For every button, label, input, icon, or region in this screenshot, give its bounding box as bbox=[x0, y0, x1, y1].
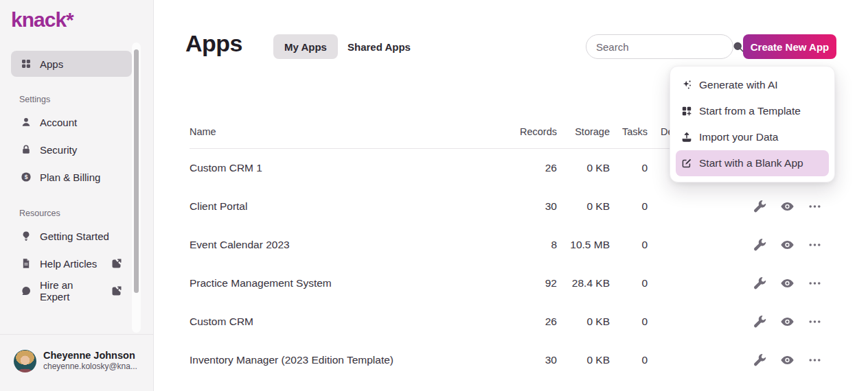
menu-item-import-your-data[interactable]: Import your Data bbox=[676, 124, 829, 150]
more-options-icon[interactable] bbox=[808, 238, 822, 252]
doc-icon bbox=[21, 258, 32, 269]
menu-item-label: Start from a Template bbox=[699, 105, 801, 117]
app-name[interactable]: Event Calendar 2023 bbox=[190, 239, 290, 251]
sidebar-item-plan-billing[interactable]: $Plan & Billing bbox=[11, 163, 132, 191]
app-storage: 0 KB bbox=[557, 316, 610, 328]
tab-my-apps[interactable]: My Apps bbox=[273, 34, 338, 59]
more-options-icon[interactable] bbox=[808, 353, 822, 368]
more-options-icon[interactable] bbox=[808, 276, 822, 291]
app-records: 30 bbox=[502, 200, 557, 213]
sparkles-icon bbox=[681, 80, 692, 91]
builder-wrench-icon[interactable] bbox=[753, 276, 767, 291]
table-row[interactable]: Practice Management System9228.4 KB0 bbox=[190, 264, 835, 303]
sidebar-item-account[interactable]: Account bbox=[11, 108, 132, 136]
app-tasks: 0 bbox=[610, 354, 648, 366]
ext-icon bbox=[111, 285, 122, 296]
menu-item-generate-with-ai[interactable]: Generate with AI bbox=[676, 72, 829, 98]
app-tasks: 0 bbox=[610, 200, 648, 213]
tab-shared-apps[interactable]: Shared Apps bbox=[336, 34, 422, 59]
chat-icon bbox=[21, 285, 32, 296]
sidebar-item-label: Account bbox=[40, 117, 77, 128]
sidebar-item-label: Plan & Billing bbox=[40, 171, 100, 183]
app-tasks: 0 bbox=[610, 162, 648, 174]
app-name[interactable]: Custom CRM bbox=[190, 316, 253, 328]
user-name: Cheyenne Johnson bbox=[43, 349, 137, 362]
ext-icon bbox=[111, 258, 122, 269]
sidebar-item-getting-started[interactable]: Getting Started bbox=[11, 222, 132, 250]
app-name[interactable]: Client Portal bbox=[190, 200, 247, 213]
create-new-app-button[interactable]: Create New App bbox=[743, 34, 836, 59]
app-records: 92 bbox=[502, 277, 557, 289]
builder-wrench-icon[interactable] bbox=[753, 200, 767, 214]
dollar-icon: $ bbox=[21, 171, 32, 182]
sidebar: knack* AppsSettingsAccountSecurity$Plan … bbox=[0, 0, 154, 391]
column-header-records: Records bbox=[502, 126, 557, 137]
app-records: 26 bbox=[502, 316, 557, 328]
table-row[interactable]: Client Portal300 KB0 bbox=[190, 187, 835, 226]
app-storage: 0 KB bbox=[557, 354, 610, 366]
bulb-icon bbox=[21, 230, 32, 241]
app-records: 26 bbox=[502, 162, 557, 174]
more-options-icon[interactable] bbox=[808, 200, 822, 214]
grid-icon bbox=[21, 58, 32, 69]
page-title: Apps bbox=[185, 30, 242, 57]
user-profile[interactable]: Cheyenne Johnson cheyenne.kolosky@kna... bbox=[0, 334, 154, 391]
sidebar-scroll-area: AppsSettingsAccountSecurity$Plan & Billi… bbox=[0, 41, 154, 334]
search-input[interactable] bbox=[596, 41, 733, 53]
preview-eye-icon[interactable] bbox=[780, 200, 795, 214]
avatar bbox=[14, 350, 36, 372]
table-row[interactable]: Custom CRM260 KB0 bbox=[190, 303, 835, 341]
sidebar-item-security[interactable]: Security bbox=[11, 136, 132, 163]
app-storage: 10.5 MB bbox=[557, 239, 610, 251]
sidebar-item-label: Getting Started bbox=[40, 230, 109, 242]
menu-item-start-with-a-blank-app[interactable]: Start with a Blank App bbox=[676, 150, 829, 176]
app-storage: 0 KB bbox=[557, 162, 610, 174]
preview-eye-icon[interactable] bbox=[780, 276, 795, 291]
preview-eye-icon[interactable] bbox=[780, 238, 795, 252]
app-name[interactable]: Practice Management System bbox=[190, 277, 332, 289]
builder-wrench-icon[interactable] bbox=[753, 353, 767, 368]
more-options-icon[interactable] bbox=[808, 315, 822, 329]
upload-icon bbox=[681, 132, 692, 143]
table-row[interactable]: Event Calendar 2023810.5 MB0 bbox=[190, 226, 835, 264]
sidebar-item-hire-an-expert[interactable]: Hire an Expert bbox=[11, 277, 132, 305]
column-header-tasks: Tasks bbox=[610, 126, 648, 137]
sidebar-scrollbar-thumb[interactable] bbox=[134, 49, 139, 293]
user-email: cheyenne.kolosky@kna... bbox=[43, 362, 137, 372]
user-icon bbox=[21, 117, 32, 128]
preview-eye-icon[interactable] bbox=[780, 315, 795, 329]
sidebar-item-help-articles[interactable]: Help Articles bbox=[11, 250, 132, 277]
app-name[interactable]: Inventory Manager (2023 Edition Template… bbox=[190, 354, 393, 366]
menu-item-label: Import your Data bbox=[699, 131, 778, 143]
svg-text:$: $ bbox=[25, 174, 28, 180]
column-header-storage: Storage bbox=[557, 126, 610, 137]
table-row[interactable]: Inventory Manager (2023 Edition Template… bbox=[190, 341, 835, 379]
app-name[interactable]: Custom CRM 1 bbox=[190, 162, 262, 174]
edit-icon bbox=[681, 158, 692, 169]
preview-eye-icon[interactable] bbox=[780, 353, 795, 368]
lock-icon bbox=[21, 144, 32, 155]
column-header-name: Name bbox=[190, 126, 216, 137]
menu-item-label: Generate with AI bbox=[699, 79, 778, 91]
builder-wrench-icon[interactable] bbox=[753, 238, 767, 252]
builder-wrench-icon[interactable] bbox=[753, 315, 767, 329]
app-storage: 0 KB bbox=[557, 200, 610, 213]
app-tasks: 0 bbox=[610, 277, 648, 289]
template-icon bbox=[681, 106, 692, 117]
search-box bbox=[586, 34, 733, 59]
app-records: 30 bbox=[502, 354, 557, 366]
sidebar-item-label: Security bbox=[40, 144, 77, 156]
menu-item-label: Start with a Blank App bbox=[699, 157, 803, 169]
knack-logo: knack* bbox=[11, 8, 73, 32]
menu-item-start-from-a-template[interactable]: Start from a Template bbox=[676, 98, 829, 124]
app-tasks: 0 bbox=[610, 239, 648, 251]
create-app-dropdown: Generate with AIStart from a TemplateImp… bbox=[670, 66, 835, 182]
app-records: 8 bbox=[502, 239, 557, 251]
app-storage: 28.4 KB bbox=[557, 277, 610, 289]
sidebar-item-label: Apps bbox=[40, 58, 63, 70]
sidebar-item-label: Hire an Expert bbox=[40, 279, 103, 303]
app-tasks: 0 bbox=[610, 316, 648, 328]
sidebar-item-label: Help Articles bbox=[40, 258, 97, 270]
sidebar-item-apps[interactable]: Apps bbox=[11, 51, 132, 77]
